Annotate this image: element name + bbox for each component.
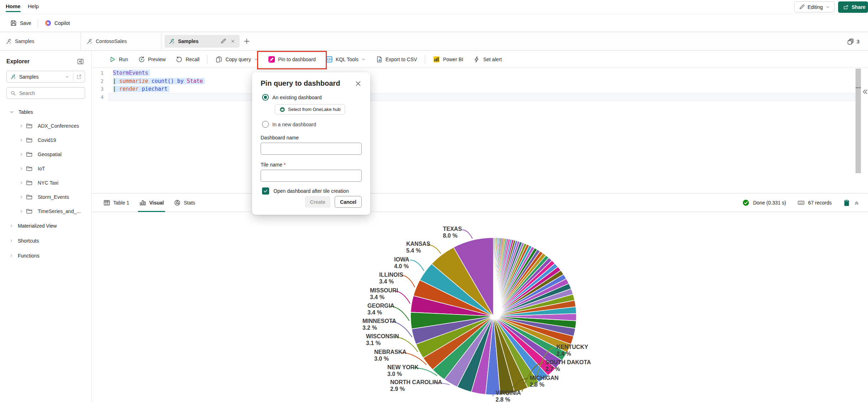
rename-tab-icon[interactable] (220, 38, 226, 44)
power-bi-button[interactable]: Power BI (428, 53, 468, 65)
tree-item-nyc-taxi[interactable]: NYC Taxi (0, 176, 91, 190)
app-root: Home Help Editing Share Save Copilot Sam (0, 0, 868, 403)
pie-label-virginia: VIRGINIA2.8 % (496, 389, 521, 403)
kql-tools-button[interactable]: KQL Tools (321, 53, 371, 65)
code-token: | (113, 86, 119, 92)
recall-button[interactable]: Recall (171, 53, 204, 65)
chevron-right-icon (19, 152, 23, 157)
code-line[interactable] (109, 93, 855, 101)
database-selector[interactable]: Samples (6, 71, 85, 83)
tree-item-covid19[interactable]: Covid19 (0, 133, 91, 147)
cancel-button[interactable]: Cancel (335, 196, 362, 208)
tree-item-iot[interactable]: IoT (0, 161, 91, 176)
visual-icon (139, 199, 146, 206)
pie-label-value: 2.8 % (530, 381, 559, 388)
close-icon[interactable] (355, 80, 362, 87)
explorer-sidebar: Explorer Samples TablesADX_ConferencesCo… (0, 51, 91, 403)
pie-label-state: MINNESOTA (362, 318, 396, 324)
save-label: Save (20, 20, 31, 26)
pie-label-iowa: IOWA4.0 % (394, 256, 409, 270)
pin-to-dashboard-button[interactable]: Pin to dashboard (263, 53, 321, 65)
pie-label-georgia: GEORGIA3.4 % (367, 302, 394, 316)
window-count-icon (847, 38, 854, 45)
tree-section-tables[interactable]: Tables (0, 105, 91, 119)
tree-item-adx-conferences[interactable]: ADX_Conferences (0, 119, 91, 133)
dashboard-name-label: Dashboard name (261, 135, 362, 140)
window-count[interactable]: 3 (847, 32, 859, 51)
radio-existing-control[interactable] (262, 94, 269, 101)
pie-label-value: 2.8 % (496, 396, 521, 403)
query-editor[interactable]: 1StormEvents2| summarize count() by Stat… (92, 68, 868, 193)
collapse-results-icon[interactable] (854, 200, 859, 206)
editing-dropdown[interactable]: Editing (794, 1, 835, 12)
results-tab-visual[interactable]: Visual (134, 193, 169, 212)
open-in-new-icon[interactable] (76, 74, 82, 80)
copilot-button[interactable]: Copilot (41, 17, 74, 29)
search-input[interactable] (19, 90, 84, 96)
tree-section-shortcuts[interactable]: Shortcuts (0, 233, 91, 248)
radio-existing-dashboard[interactable]: An existing dashboard (262, 94, 362, 101)
tab-label: Samples (178, 38, 217, 44)
tile-name-input[interactable] (261, 170, 362, 182)
pin-to-dashboard-label: Pin to dashboard (278, 57, 316, 62)
tree-item-storm-events[interactable]: Storm_Events (0, 190, 91, 204)
tree-item-timeseries-and-[interactable]: TimeSeries_and_... (0, 204, 91, 218)
preview-button[interactable]: Preview (133, 53, 171, 65)
kql-queryset-icon (87, 38, 93, 44)
code-line[interactable]: | summarize count() by State (109, 77, 855, 85)
select-from-onelake-button[interactable]: Select from OneLake hub (275, 104, 345, 115)
pie-label-connector (462, 230, 472, 239)
top-menu-bar: Home Help Editing Share (0, 0, 868, 14)
code-line[interactable]: StormEvents (109, 69, 855, 77)
dashboard-name-input[interactable] (261, 143, 362, 155)
copy-results-icon[interactable] (843, 199, 850, 206)
status-done: Done (0.331 s) (753, 200, 786, 206)
collapse-pane-icon[interactable] (77, 58, 84, 65)
play-icon (109, 56, 116, 63)
code-token: by (177, 78, 184, 84)
code-token: State (187, 78, 203, 84)
new-tab-button[interactable] (240, 32, 254, 51)
selection-highlight: | render piechart (113, 86, 169, 92)
code-line[interactable]: | render piechart (109, 85, 855, 93)
editor-scrollbar[interactable] (856, 69, 861, 173)
radio-new-control[interactable] (262, 121, 269, 128)
menu-home[interactable]: Home (6, 3, 21, 9)
checkbox-label: Open dashboard after tile creation (273, 188, 349, 194)
set-alert-button[interactable]: Set alert (468, 53, 507, 65)
code-token (174, 78, 177, 84)
results-tab-table-1[interactable]: Table 1 (98, 193, 134, 212)
open-dashboard-checkbox[interactable] (262, 187, 269, 195)
copy-query-button[interactable]: Copy query (210, 53, 263, 65)
tree-item-label: Storm_Events (38, 194, 69, 200)
copilot-icon (45, 20, 52, 27)
radio-new-dashboard[interactable]: In a new dashboard (262, 121, 362, 128)
tab-contososales[interactable]: ContosoSales (81, 32, 162, 51)
export-icon (376, 56, 383, 63)
save-button[interactable]: Save (6, 17, 35, 29)
tab-samples[interactable]: Samples (0, 32, 81, 51)
chevron-down-icon (254, 57, 258, 62)
pie-label-state: WISCONSIN (366, 333, 399, 340)
pie-label-state: GEORGIA (367, 302, 394, 309)
results-tab-stats[interactable]: Stats (169, 193, 200, 212)
tree-section-materialized-view[interactable]: Materialized View (0, 218, 91, 233)
pie-label-state: ILLINOIS (379, 271, 403, 278)
export-to-csv-button[interactable]: Export to CSV (371, 53, 422, 65)
tree-section-functions[interactable]: Functions (0, 248, 91, 263)
close-tab-icon[interactable] (230, 39, 235, 44)
run-button[interactable]: Run (104, 53, 133, 65)
tree-item-geospatial[interactable]: Geospatial (0, 147, 91, 161)
open-dashboard-checkbox-row[interactable]: Open dashboard after tile creation (262, 187, 362, 195)
tab-samples[interactable]: Samples (164, 35, 240, 48)
chevron-down-icon (65, 75, 69, 79)
results-tab-bar: Table 1VisualStats Done (0.331 s) 123 67… (92, 193, 868, 212)
pie-label-value: 5.4 % (406, 247, 430, 254)
menu-help[interactable]: Help (28, 3, 39, 9)
tab-label: ContosoSales (96, 38, 127, 44)
alert-icon (473, 56, 480, 63)
share-button[interactable]: Share (838, 1, 868, 13)
expand-right-pane-icon[interactable] (862, 88, 868, 96)
pie-label-value: 2.9 % (390, 386, 442, 392)
create-button[interactable]: Create (305, 196, 330, 208)
